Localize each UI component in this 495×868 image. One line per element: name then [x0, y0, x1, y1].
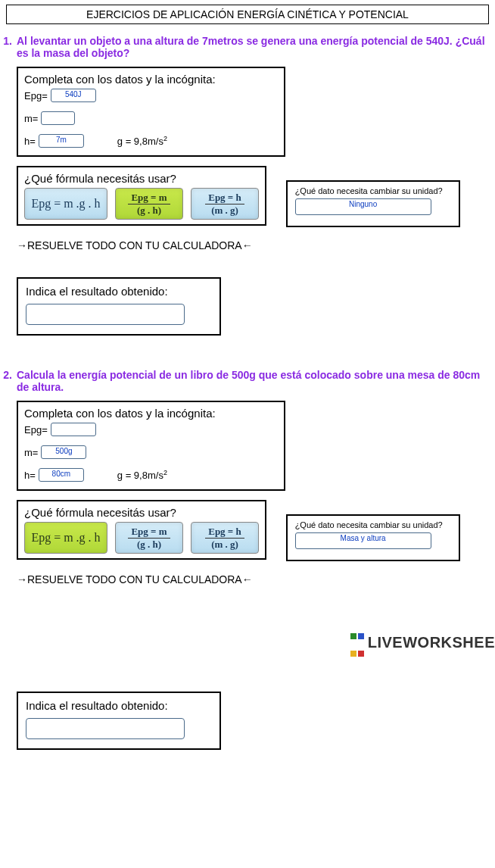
- q2-data-box: Completa con los datos y la incógnita: E…: [17, 401, 285, 491]
- question-1: 1. Al levantar un objeto a una altura de…: [0, 32, 495, 64]
- q1-unit-box: ¿Qué dato necesita cambiar su unidad? Ni…: [286, 180, 460, 227]
- q2-epg-input[interactable]: [51, 423, 96, 436]
- q1-formula-option-2[interactable]: Epg = m (g . h): [115, 188, 183, 220]
- q1-m-input[interactable]: [41, 111, 75, 125]
- q1-epg-label: Epg=: [24, 90, 48, 101]
- q1-result-input[interactable]: [26, 304, 185, 325]
- q1-resolve-instruction: →RESUELVE TODO CON TU CALCULADORA←: [17, 239, 495, 251]
- q1-h-label: h=: [24, 136, 36, 147]
- q2-h-input[interactable]: 80cm: [39, 468, 84, 482]
- q1-text: Al levantar un objeto a una altura de 7m…: [17, 35, 486, 59]
- q1-result-box: Indica el resultado obtenido:: [17, 277, 221, 336]
- q1-result-label: Indica el resultado obtenido:: [26, 285, 212, 298]
- q2-m-label: m=: [24, 447, 38, 458]
- q2-formula-option-2[interactable]: Epg = m (g . h): [115, 522, 183, 554]
- watermark: LIVEWORKSHEE: [0, 604, 495, 684]
- q2-formula-question: ¿Qué fórmula necesitás usar?: [24, 506, 259, 519]
- q2-result-label: Indica el resultado obtenido:: [26, 699, 212, 712]
- q1-number: 1.: [0, 35, 17, 59]
- q1-g-label: g = 9,8m/s2: [117, 135, 167, 147]
- q2-text: Calcula la energía potencial de un libro…: [17, 369, 486, 393]
- q2-formula-box: ¿Qué fórmula necesitás usar? Epg = m .g …: [17, 500, 266, 560]
- q2-resolve-instruction: →RESUELVE TODO CON TU CALCULADORA←: [17, 573, 495, 585]
- q1-h-input[interactable]: 7m: [39, 134, 84, 148]
- q2-result-input[interactable]: [26, 718, 185, 739]
- page-title: EJERCICIOS DE APLICACIÓN ENERGÍA CINÉTIC…: [6, 5, 489, 24]
- q2-unit-box: ¿Qué dato necesita cambiar su unidad? Ma…: [286, 514, 460, 561]
- q2-formula-option-1[interactable]: Epg = m .g . h: [24, 522, 107, 554]
- q1-unit-input[interactable]: Ninguno: [295, 198, 431, 215]
- q1-formula-option-3[interactable]: Epg = h (m . g): [191, 188, 259, 220]
- q1-epg-input[interactable]: 540J: [51, 89, 96, 102]
- q1-data-box: Completa con los datos y la incógnita: E…: [17, 67, 285, 157]
- q1-formula-box: ¿Qué fórmula necesitás usar? Epg = m .g …: [17, 166, 266, 226]
- q1-m-label: m=: [24, 113, 38, 124]
- q1-data-title: Completa con los datos y la incógnita:: [24, 73, 278, 86]
- q2-h-label: h=: [24, 470, 36, 481]
- q1-unit-question: ¿Qué dato necesita cambiar su unidad?: [295, 186, 451, 195]
- q1-formula-option-1[interactable]: Epg = m .g . h: [24, 188, 107, 220]
- question-2: 2. Calcula la energía potencial de un li…: [0, 366, 495, 398]
- q2-m-input[interactable]: 500g: [41, 445, 86, 459]
- q2-result-box: Indica el resultado obtenido:: [17, 692, 221, 750]
- q2-unit-question: ¿Qué dato necesita cambiar su unidad?: [295, 520, 451, 529]
- q2-g-label: g = 9,8m/s2: [117, 469, 167, 481]
- q2-unit-input[interactable]: Masa y altura: [295, 532, 431, 549]
- liveworksheets-logo-icon: [350, 626, 365, 661]
- q2-data-title: Completa con los datos y la incógnita:: [24, 407, 278, 420]
- q1-formula-question: ¿Qué fórmula necesitás usar?: [24, 172, 259, 185]
- q2-number: 2.: [0, 369, 17, 393]
- q2-formula-option-3[interactable]: Epg = h (m . g): [191, 522, 259, 554]
- q2-epg-label: Epg=: [24, 424, 48, 436]
